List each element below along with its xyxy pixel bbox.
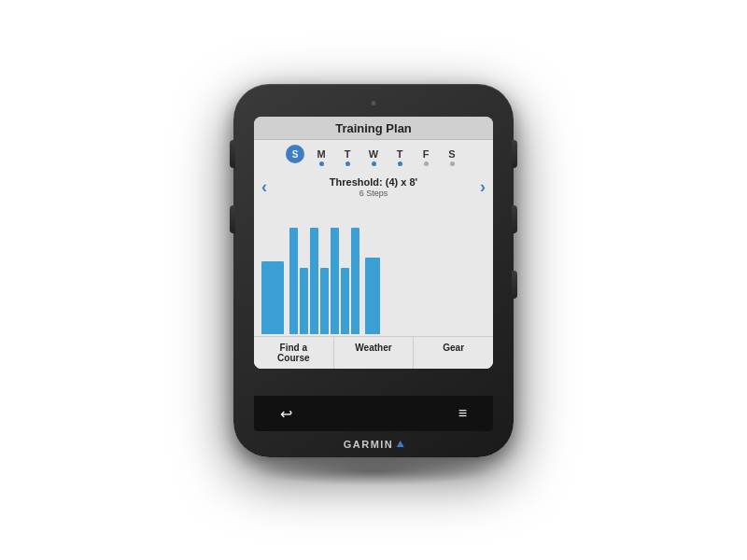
garmin-logo: GARMIN [344, 439, 404, 450]
day-sunday-active[interactable]: S [282, 145, 308, 170]
screen-bezel: Training Plan S M T [254, 117, 493, 369]
day-friday[interactable]: F [413, 148, 439, 166]
workout-info: Threshold: (4) x 8' 6 Steps [267, 176, 480, 198]
workout-steps: 6 Steps [267, 189, 480, 198]
camera-dot [372, 101, 376, 105]
chart-bar-4 [310, 228, 318, 334]
chart-gap2 [361, 202, 363, 334]
day-selector: S M T W T [254, 140, 493, 173]
chart-gap [286, 202, 288, 334]
chart-bar-1 [261, 261, 284, 334]
chart-bar-7 [341, 268, 349, 334]
workout-title: Threshold: (4) x 8' [267, 176, 480, 188]
day-thursday[interactable]: T [387, 148, 413, 166]
find-course-button[interactable]: Find aCourse [254, 337, 334, 369]
next-arrow[interactable]: › [480, 177, 486, 197]
device-shadow [252, 457, 495, 485]
back-button[interactable]: ↩ [280, 405, 292, 423]
chart-bar-6 [331, 228, 339, 334]
left-button-bottom[interactable] [230, 205, 235, 233]
day-saturday[interactable]: S [439, 148, 465, 166]
day-wednesday[interactable]: W [360, 148, 387, 166]
day-monday[interactable]: M [308, 148, 334, 166]
device-shell: Training Plan S M T [233, 84, 514, 457]
screen: Training Plan S M T [254, 117, 493, 369]
right-button-bot[interactable] [512, 271, 517, 299]
chart-bar-8 [351, 228, 359, 334]
garmin-device: Training Plan S M T [224, 84, 523, 476]
chart-bar-3 [300, 268, 308, 334]
day-tuesday[interactable]: T [334, 148, 360, 166]
left-button-top[interactable] [230, 140, 235, 168]
garmin-triangle-icon [396, 441, 403, 447]
workout-row: ‹ Threshold: (4) x 8' 6 Steps › [254, 173, 493, 198]
right-button-mid[interactable] [512, 205, 517, 233]
weather-button[interactable]: Weather [334, 337, 415, 369]
screen-title: Training Plan [254, 117, 493, 140]
chart-bar-2 [289, 228, 298, 334]
right-button-top[interactable] [512, 140, 517, 168]
menu-button[interactable]: ≡ [458, 405, 467, 422]
chart-bar-9 [365, 258, 380, 334]
gear-button[interactable]: Gear [414, 337, 493, 369]
bottom-buttons: Find aCourse Weather Gear [254, 336, 493, 369]
nav-bar: ↩ ≡ [254, 396, 493, 431]
brand-name: GARMIN [344, 439, 394, 450]
chart-bar-5 [320, 268, 329, 334]
chart-area [254, 198, 493, 336]
